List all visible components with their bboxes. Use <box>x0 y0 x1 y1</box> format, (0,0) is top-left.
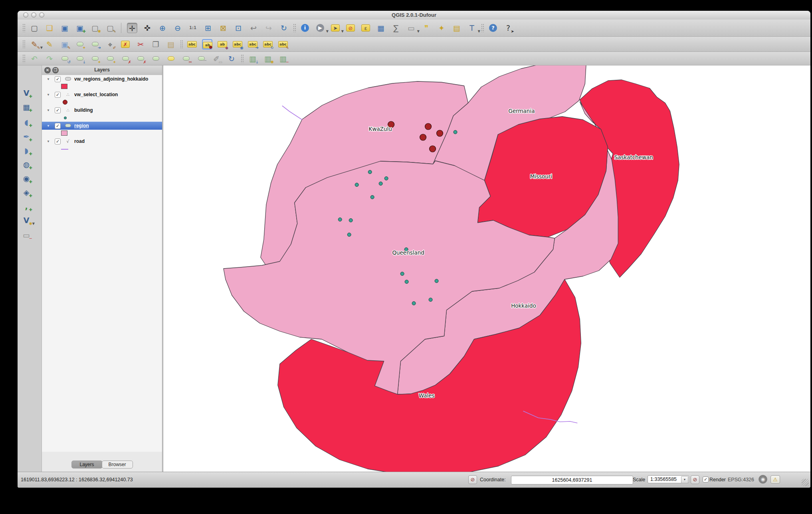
add-wfs-layer-icon[interactable]: ◈✚ <box>21 187 32 198</box>
new-shapefile-layer-icon[interactable]: V✱▼ <box>21 215 32 225</box>
crs-status-icon[interactable]: ◉ <box>759 475 767 484</box>
add-wcs-layer-icon[interactable]: ◉✚ <box>21 173 32 184</box>
stop-rendering-icon[interactable]: ⊘ <box>691 475 699 484</box>
set-label-icon[interactable]: ab● <box>202 39 212 49</box>
layer-visibility-checkbox[interactable]: ✓ <box>55 76 61 82</box>
save-project-icon[interactable]: ▣ <box>59 23 70 33</box>
zoom-native-icon[interactable]: 1:1 <box>188 23 198 33</box>
offset-curve-icon[interactable] <box>166 53 176 64</box>
map-canvas[interactable]: GermaniaKwaZuluSaskatchewanHokkaidoMisso… <box>163 65 810 472</box>
copy-features-icon[interactable]: ❐ <box>151 39 161 49</box>
reshape-features-icon[interactable] <box>151 53 161 64</box>
expand-collapse-icon[interactable]: ▼ <box>47 109 51 112</box>
identify-features-icon[interactable]: i <box>300 23 310 33</box>
select-features-icon[interactable]: ➤▼ <box>330 23 341 33</box>
open-project-icon[interactable]: ❏ <box>44 23 55 33</box>
toolbar-grip-handle[interactable] <box>293 24 296 32</box>
scale-dropdown-icon[interactable]: ▼ <box>681 476 688 483</box>
new-project-icon[interactable]: ▢ <box>29 23 40 33</box>
toolbar-grip-handle[interactable] <box>22 54 25 63</box>
composer-manager-icon[interactable]: ▢✎ <box>105 23 115 33</box>
whats-this-icon[interactable]: ?➤ <box>503 23 513 33</box>
save-layer-edits-icon[interactable]: ▣✎ <box>59 39 70 49</box>
expand-collapse-icon[interactable]: ▼ <box>47 77 51 81</box>
add-vector-layer-icon[interactable]: V✚ <box>21 88 32 98</box>
move-label-icon[interactable]: abc➜ <box>248 39 258 49</box>
layer-item-vw_select_location[interactable]: ▼✓∴vw_select_location <box>42 91 162 99</box>
zoom-in-icon[interactable]: ⊕ <box>157 23 168 33</box>
merge-feature-attributes-icon[interactable]: ✐▭ <box>211 53 222 64</box>
copy-paste-style-2-icon[interactable]: ▥✱ <box>263 53 273 64</box>
expand-collapse-icon[interactable]: ▼ <box>47 124 51 128</box>
add-feature-icon[interactable]: ✦ <box>75 39 85 49</box>
add-wms-layer-icon[interactable]: ◍✚ <box>21 159 32 170</box>
map-view[interactable]: GermaniaKwaZuluSaskatchewanHokkaidoMisso… <box>163 65 810 472</box>
zoom-to-selection-icon[interactable]: ⊠ <box>218 23 228 33</box>
panel-tab-browser[interactable]: Browser <box>102 461 133 469</box>
rotate-label-icon[interactable]: abc↻ <box>263 39 273 49</box>
text-annotation-icon[interactable]: T▼ <box>467 23 477 33</box>
delete-part-icon[interactable]: ✗ <box>135 53 146 64</box>
toolbar-grip-handle[interactable] <box>481 24 484 32</box>
move-feature-icon[interactable]: ➜ <box>90 39 100 49</box>
delete-selected-icon[interactable]: ✗ <box>120 39 131 49</box>
copy-paste-style-3-icon[interactable]: ▥− <box>278 53 288 64</box>
toolbar-grip-handle[interactable] <box>22 40 25 49</box>
statistics-panel-icon[interactable]: ∑ <box>391 23 401 33</box>
layer-visibility-checkbox[interactable]: ✓ <box>55 107 61 113</box>
rotate-point-symbols-icon[interactable]: ↻ <box>226 53 237 64</box>
expand-collapse-icon[interactable]: ▼ <box>47 93 51 97</box>
merge-features-icon[interactable]: ⌒ <box>196 53 206 64</box>
layer-visibility-checkbox[interactable]: ✓ <box>55 138 61 144</box>
add-delimited-text-layer-icon[interactable]: ,✚ <box>21 201 32 212</box>
toggle-editing-icon[interactable]: ✎ <box>44 39 55 49</box>
layer-item-vw_regions_adjoining_hokkaido[interactable]: ▼✓vw_regions_adjoining_hokkaido <box>42 75 162 83</box>
panel-tab-layers[interactable]: Layers <box>71 461 103 469</box>
save-project-as-icon[interactable]: ▣✚ <box>75 23 85 33</box>
add-part-icon[interactable]: ✦ <box>105 53 115 64</box>
pan-map-icon[interactable]: ✛ <box>127 23 137 33</box>
simplify-feature-icon[interactable]: ↓ <box>75 53 85 64</box>
zoom-to-layer-icon[interactable]: ⊡ <box>233 23 244 33</box>
deselect-features-icon[interactable]: ⊘ <box>345 23 356 33</box>
toggle-extents-icon[interactable]: ⊘ <box>468 475 477 484</box>
resize-grip[interactable] <box>802 479 809 486</box>
add-raster-layer-icon[interactable]: ▦✚ <box>21 102 32 112</box>
copy-paste-style-1-icon[interactable]: ▥↓ <box>248 53 258 64</box>
undo-icon[interactable]: ↶ <box>29 53 40 64</box>
new-print-composer-icon[interactable]: ▢✱ <box>90 23 100 33</box>
split-features-icon[interactable]: ✂ <box>181 53 191 64</box>
toolbar-grip-handle[interactable] <box>22 24 25 32</box>
log-messages-icon[interactable]: ⚠ <box>770 475 780 484</box>
title-bar[interactable]: QGIS 2.0.1-Dufour <box>18 11 810 20</box>
add-postgis-layer-icon[interactable]: ◖✚ <box>21 117 32 127</box>
run-feature-action-icon[interactable]: ▶▼ <box>315 23 325 33</box>
measure-icon[interactable]: ▭▼ <box>406 23 416 33</box>
redo-icon[interactable]: ↷ <box>44 53 55 64</box>
current-edits-icon[interactable]: ✎✎▼ <box>29 39 40 49</box>
paste-features-icon[interactable]: ▤ <box>166 39 176 49</box>
expand-collapse-icon[interactable]: ▼ <box>47 140 51 143</box>
rotate-feature-icon[interactable]: ↺ <box>59 53 70 64</box>
change-label-properties-icon[interactable]: abc✎ <box>278 39 288 49</box>
pin-unpin-labels-icon[interactable]: ab◆ <box>217 39 228 49</box>
add-ring-icon[interactable]: ✦ <box>90 53 100 64</box>
cut-features-icon[interactable]: ✂ <box>135 39 146 49</box>
render-checkbox[interactable]: ✓ <box>703 476 709 482</box>
pan-to-selection-icon[interactable]: ✜ <box>142 23 152 33</box>
open-attribute-table-icon[interactable]: ▦ <box>376 23 386 33</box>
zoom-full-icon[interactable]: ⊞ <box>203 23 213 33</box>
remove-layer-icon[interactable]: ▭− <box>21 230 32 240</box>
add-spatialite-layer-icon[interactable]: ✒✚ <box>21 131 32 142</box>
delete-ring-icon[interactable]: ✗ <box>120 53 131 64</box>
layer-visibility-checkbox[interactable]: ✓ <box>55 92 61 98</box>
toolbar-grip-handle[interactable] <box>241 54 244 63</box>
layer-item-building[interactable]: ▼✓∴building <box>42 106 162 114</box>
zoom-out-icon[interactable]: ⊖ <box>172 23 183 33</box>
label-toolbar-icon[interactable]: abc <box>187 39 197 49</box>
zoom-last-icon[interactable]: ↩ <box>248 23 259 33</box>
select-by-expression-icon[interactable]: ε <box>360 23 371 33</box>
show-bookmarks-icon[interactable]: ▤ <box>452 23 462 33</box>
refresh-map-icon[interactable]: ↻ <box>279 23 289 33</box>
show-hide-labels-icon[interactable]: abc◉ <box>232 39 243 49</box>
